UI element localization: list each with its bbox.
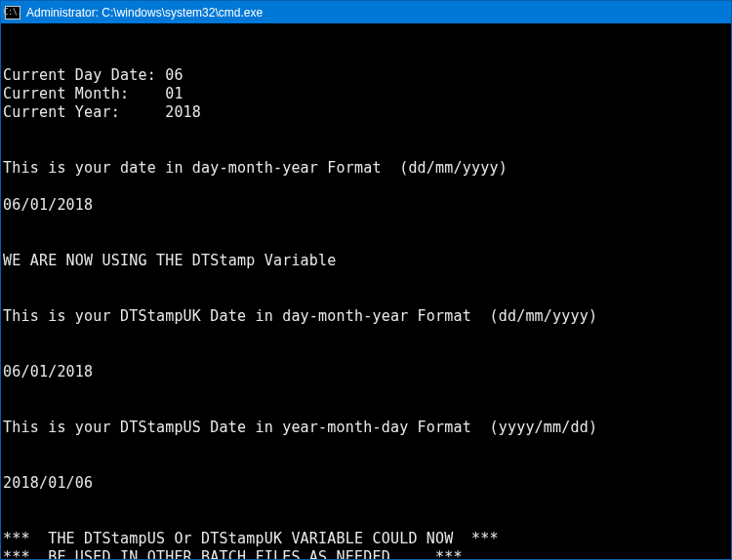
output-line: This is your DTStampUS Date in year-mont… — [3, 419, 597, 436]
output-line: 2018/01/06 — [3, 474, 93, 492]
output-line: 06/01/2018 — [3, 196, 93, 214]
titlebar[interactable]: C:\. Administrator: C:\windows\system32\… — [1, 1, 731, 23]
output-line: Current Month: 01 — [3, 85, 183, 102]
output-line: This is your date in day-month-year Form… — [3, 159, 508, 177]
output-line: Current Day Date: 06 — [3, 66, 183, 84]
output-line: *** BE USED IN OTHER BATCH FILES AS NEED… — [3, 548, 463, 559]
cmd-window: C:\. Administrator: C:\windows\system32\… — [0, 0, 732, 560]
output-line: *** THE DTStampUS Or DTStampUK VARIABLE … — [3, 530, 499, 547]
output-line: This is your DTStampUK Date in day-month… — [3, 307, 597, 325]
window-title: Administrator: C:\windows\system32\cmd.e… — [26, 6, 263, 20]
terminal-output[interactable]: Current Day Date: 06 Current Month: 01 C… — [1, 23, 731, 559]
cmd-icon: C:\. — [5, 6, 20, 20]
output-line: WE ARE NOW USING THE DTStamp Variable — [3, 252, 337, 269]
output-line: Current Year: 2018 — [3, 103, 201, 121]
output-line: 06/01/2018 — [3, 363, 93, 380]
